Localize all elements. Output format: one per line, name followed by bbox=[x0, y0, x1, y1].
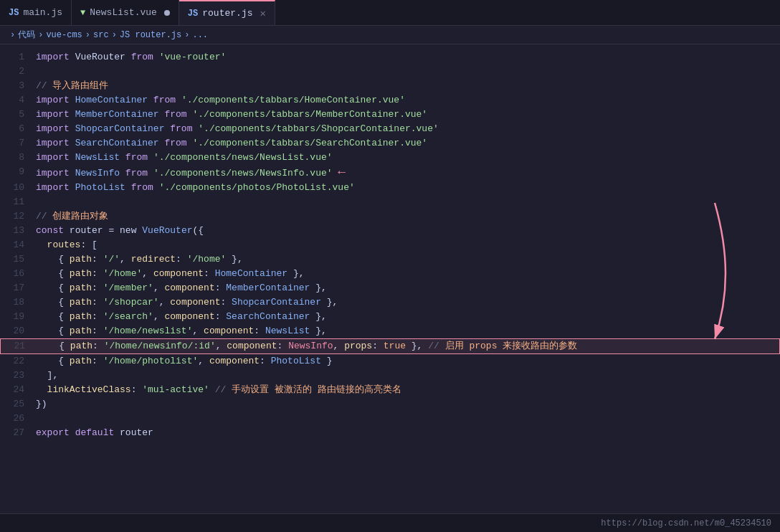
tab-main[interactable]: JS main.js bbox=[0, 0, 72, 25]
js-icon-router: JS bbox=[188, 9, 198, 19]
breadcrumb: › 代码 › vue-cms › src › JS router.js › ..… bbox=[0, 26, 780, 44]
code-line: 11 bbox=[0, 195, 780, 209]
code-line: 14 routes: [ bbox=[0, 238, 780, 252]
code-line: 7 import SearchContainer from './compone… bbox=[0, 136, 780, 151]
tab-newslist[interactable]: ▼ NewsList.vue bbox=[72, 0, 179, 25]
code-editor: 1 import VueRouter from 'vue-router' 2 3… bbox=[0, 44, 780, 513]
breadcrumb-item: src bbox=[93, 30, 109, 40]
code-line: 23 ], bbox=[0, 369, 780, 383]
code-line: 16 { path: '/home', component: HomeConta… bbox=[0, 267, 780, 281]
code-line: 25 }) bbox=[0, 397, 780, 412]
breadcrumb-item: vue-cms bbox=[46, 30, 82, 40]
code-line: 3 // 导入路由组件 bbox=[0, 79, 780, 93]
code-line: 19 { path: '/search', component: SearchC… bbox=[0, 310, 780, 324]
code-line: 4 import HomeContainer from './component… bbox=[0, 93, 780, 108]
status-url: https://blog.csdn.net/m0_45234510 bbox=[601, 518, 771, 528]
code-line: 22 { path: '/home/photolist', component:… bbox=[0, 354, 780, 369]
code-line: 5 import MemberContainer from './compone… bbox=[0, 108, 780, 122]
tab-newslist-label: NewsList.vue bbox=[90, 7, 157, 18]
breadcrumb-item: 代码 bbox=[18, 29, 35, 41]
status-bar: https://blog.csdn.net/m0_45234510 bbox=[0, 513, 780, 532]
code-line: 15 { path: '/', redirect: '/home' }, bbox=[0, 252, 780, 267]
code-line: 12 // 创建路由对象 bbox=[0, 209, 780, 224]
breadcrumb-icon: › bbox=[10, 30, 15, 40]
breadcrumb-item-js: JS router.js bbox=[120, 30, 181, 40]
code-line: 24 linkActiveClass: 'mui-active' // 手动设置… bbox=[0, 383, 780, 397]
code-line: 6 import ShopcarContainer from './compon… bbox=[0, 122, 780, 136]
code-line: 27 export default router bbox=[0, 426, 780, 440]
tab-router[interactable]: JS router.js ✕ bbox=[179, 0, 275, 25]
modified-dot bbox=[164, 10, 170, 16]
code-line: 18 { path: '/shopcar', component: Shopca… bbox=[0, 295, 780, 310]
code-line: 17 { path: '/member', component: MemberC… bbox=[0, 281, 780, 295]
breadcrumb-dots: ... bbox=[192, 30, 208, 40]
tab-router-label: router.js bbox=[202, 8, 252, 19]
code-line: 13 const router = new VueRouter({ bbox=[0, 224, 780, 238]
code-line: 26 bbox=[0, 412, 780, 426]
tab-bar: JS main.js ▼ NewsList.vue JS router.js ✕ bbox=[0, 0, 780, 26]
code-line: 20 { path: '/home/newslist', component: … bbox=[0, 324, 780, 338]
code-line: 1 import VueRouter from 'vue-router' bbox=[0, 50, 780, 65]
vue-icon: ▼ bbox=[80, 8, 85, 18]
tab-main-label: main.js bbox=[23, 7, 62, 18]
js-icon: JS bbox=[9, 8, 19, 18]
code-line: 2 bbox=[0, 65, 780, 79]
code-line-highlighted: 21 { path: '/home/newsinfo/:id', compone… bbox=[0, 338, 780, 354]
close-tab-button[interactable]: ✕ bbox=[260, 7, 265, 19]
code-line: 10 import PhotoList from './components/p… bbox=[0, 181, 780, 195]
code-line: 8 import NewsList from './components/new… bbox=[0, 151, 780, 165]
code-line-newsinfo: 9 import NewsInfo from './components/new… bbox=[0, 165, 780, 181]
